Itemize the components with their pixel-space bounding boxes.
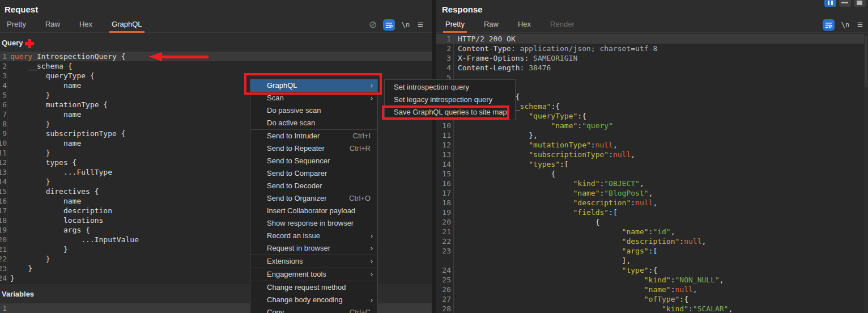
code-line: 27 "ofType":{: [436, 294, 868, 304]
code-line: 13 "subscriptionType":null,: [436, 150, 868, 159]
line-number: 6: [0, 100, 7, 109]
word-wrap-icon[interactable]: [383, 19, 395, 31]
window-layout-buttons: [824, 0, 866, 7]
menu-item-do-active-scan[interactable]: Do active scan: [250, 117, 377, 129]
code-line: 16 "kind":"OBJECT",: [436, 179, 868, 188]
line-number: 15: [436, 169, 454, 179]
submenu-arrow-icon: ›: [371, 242, 373, 255]
tab-graphql[interactable]: GraphQL: [109, 17, 144, 33]
menu-item-graphql[interactable]: GraphQL›: [250, 79, 377, 92]
menu-item-do-passive-scan[interactable]: Do passive scan: [250, 104, 377, 117]
line-number: 22: [0, 254, 7, 264]
menu-item-set-introspection-query[interactable]: Set introspection query: [385, 81, 515, 94]
response-tabbar: PrettyRawHexRender \n ≡: [436, 17, 868, 33]
newline-chars-icon[interactable]: \n: [840, 19, 851, 31]
line-number: 2: [0, 61, 7, 71]
editor-menu-icon[interactable]: ≡: [415, 19, 426, 31]
editor-menu-icon[interactable]: ≡: [854, 19, 866, 31]
line-number: 17: [436, 188, 454, 198]
line-number: 5: [0, 90, 7, 100]
menu-item-change-request-method[interactable]: Change request method: [250, 281, 377, 294]
tab-hex[interactable]: Hex: [77, 17, 95, 33]
line-number: 3: [0, 71, 7, 81]
code-line: 17 "name":"BlogPost",: [436, 188, 868, 198]
graphql-submenu: Set introspection querySet legacy intros…: [384, 79, 516, 120]
line-number: 16: [436, 179, 454, 188]
tab-raw[interactable]: Raw: [482, 17, 501, 33]
menu-item-send-to-intruder[interactable]: Send to IntruderCtrl+I: [250, 130, 377, 142]
response-scrollbar[interactable]: [864, 34, 868, 313]
panel-full-button[interactable]: [854, 0, 866, 7]
line-number: 24: [0, 273, 7, 283]
line-number: 9: [0, 129, 7, 138]
line-number: 15: [0, 187, 7, 196]
line-number: 21: [0, 244, 7, 254]
hide-icon[interactable]: ⊘: [367, 19, 378, 31]
code-line: 14 "types":[: [436, 159, 868, 169]
line-number: 13: [0, 167, 7, 177]
submenu-arrow-icon: ›: [371, 79, 373, 92]
line-number: 13: [436, 150, 454, 159]
menu-item-request-in-browser[interactable]: Request in browser›: [250, 242, 377, 255]
menu-item-show-response-in-browser[interactable]: Show response in browser: [250, 217, 377, 230]
menu-item-insert-collaborator-payload[interactable]: Insert Collaborator payload: [250, 205, 377, 217]
tab-render[interactable]: Render: [548, 17, 577, 33]
menu-item-send-to-decoder[interactable]: Send to Decoder: [250, 180, 377, 192]
query-section-header: Query: [0, 33, 432, 52]
menu-item-send-to-sequencer[interactable]: Send to Sequencer: [250, 155, 377, 167]
menu-item-change-body-encoding[interactable]: Change body encoding›: [250, 294, 377, 306]
burp-message-editor: Request PrettyRawHexGraphQL ⊘ \n ≡ Query…: [0, 0, 868, 313]
code-line: 26 "name":null,: [436, 285, 868, 294]
tab-pretty[interactable]: Pretty: [443, 17, 467, 33]
line-number: 14: [436, 159, 454, 169]
menu-item-copy[interactable]: CopyCtrl+C: [250, 306, 377, 313]
code-line: 22 "description":null,: [436, 236, 868, 246]
scrollbar-thumb[interactable]: [865, 35, 867, 87]
code-line: 11 },: [436, 130, 868, 140]
code-line: 10 "name":"query": [436, 121, 868, 130]
word-wrap-icon[interactable]: [823, 19, 835, 31]
line-number: 21: [436, 227, 454, 236]
response-editor[interactable]: 1HTTP/2 200 OK2Content-Type: application…: [436, 34, 868, 313]
line-number: 19: [436, 208, 454, 217]
panel-columns-button[interactable]: [824, 0, 836, 7]
line-number: 11: [0, 148, 7, 158]
panel-splitter[interactable]: [432, 0, 436, 313]
line-number: 3: [436, 53, 454, 63]
menu-item-send-to-organizer[interactable]: Send to OrganizerCtrl+O: [250, 192, 377, 205]
response-title: Response: [442, 5, 483, 14]
line-number: 23: [0, 264, 7, 273]
tab-hex[interactable]: Hex: [516, 17, 533, 33]
menu-item-extensions[interactable]: Extensions›: [250, 255, 377, 268]
submenu-arrow-icon: ›: [371, 255, 373, 268]
menu-item-set-legacy-introspection-query[interactable]: Set legacy introspection query: [385, 94, 515, 106]
line-number: 22: [436, 236, 454, 246]
code-line: 1HTTP/2 200 OK: [436, 34, 868, 44]
tab-raw[interactable]: Raw: [43, 17, 62, 33]
code-line: 28 "kind":"SCALAR",: [436, 304, 868, 313]
menu-item-engagement-tools[interactable]: Engagement tools›: [250, 268, 377, 281]
tab-pretty[interactable]: Pretty: [5, 17, 28, 33]
code-line: 21 "name":"id",: [436, 227, 868, 236]
line-number: 20: [0, 235, 7, 244]
menu-item-send-to-repeater[interactable]: Send to RepeaterCtrl+R: [250, 142, 377, 155]
line-number: 10: [0, 138, 7, 148]
menu-item-record-an-issue[interactable]: Record an issue›: [250, 230, 377, 242]
code-line: 15 {: [436, 169, 868, 179]
menu-shortcut: Ctrl+C: [350, 306, 371, 313]
line-number: 2: [436, 44, 454, 53]
line-number: 14: [0, 177, 7, 187]
code-line: 20 {: [436, 217, 868, 227]
code-line: 4Content-Length: 38476: [436, 63, 868, 73]
line-number: 17: [0, 206, 7, 215]
line-number: 18: [0, 215, 7, 225]
panel-bottom-button[interactable]: [839, 0, 851, 7]
line-number: 12: [0, 158, 7, 167]
menu-item-scan[interactable]: Scan›: [250, 92, 377, 104]
line-number: 11: [436, 130, 454, 140]
menu-item-save-graphql-queries-to-site-map[interactable]: Save GraphQL queries to site map: [385, 106, 515, 119]
menu-shortcut: Ctrl+R: [350, 142, 371, 155]
newline-chars-icon[interactable]: \n: [400, 19, 411, 31]
menu-item-send-to-comparer[interactable]: Send to Comparer: [250, 167, 377, 180]
line-number: 18: [436, 198, 454, 208]
